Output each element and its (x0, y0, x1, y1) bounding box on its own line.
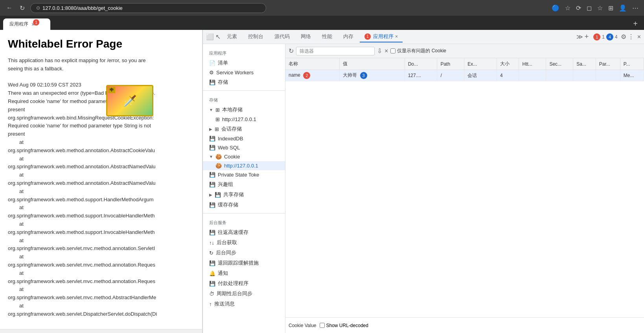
sidebar-item-session-storage[interactable]: ▶ ⊞ 会话存储 (203, 124, 285, 134)
sidebar-item-shared-storage[interactable]: ▶ 💾 共享存储 (203, 189, 285, 200)
interest-groups-label: 兴趣组 (218, 181, 233, 188)
tab-groups-button[interactable]: ◻ (585, 3, 593, 13)
sidebar-item-payment-handler[interactable]: 💾 付款处理程序 (203, 278, 285, 289)
devtools-icon-responsive[interactable]: ⬜ (206, 33, 214, 40)
cookie-partitioned-cell (596, 70, 620, 81)
sidebar-item-indexeddb[interactable]: 💾 IndexedDB (203, 134, 285, 143)
history-button[interactable]: ⟳ (574, 3, 583, 13)
cookie-only-problems-label[interactable]: 仅显示有问题的 Cookie (390, 48, 446, 54)
table-row[interactable]: name 2 大帅哥 3 127.... / 会话 4 (285, 70, 644, 81)
col-header-partitioned[interactable]: Par... (596, 58, 620, 70)
cookie-table-header-row: 名称 值 Do... Path Ex... 大小 Htt... Sec... S… (285, 58, 644, 70)
browser-chrome: ← ↻ ⊙ 127.0.0.1:8080/aaa/bbb/get_cookie … (0, 0, 644, 16)
warnings-badge: 4 (606, 33, 613, 40)
bookmark-button[interactable]: ☆ (563, 3, 572, 13)
tab-actions: + (630, 18, 641, 30)
tab-memory[interactable]: 内存 (339, 31, 358, 42)
col-header-samesite[interactable]: Sa... (573, 58, 596, 70)
show-url-decoded-label[interactable]: Show URL-decoded (320, 323, 368, 328)
show-url-decoded-checkbox[interactable] (320, 323, 325, 328)
col-header-domain[interactable]: Do... (405, 58, 437, 70)
back-button[interactable]: ← (4, 3, 15, 13)
cookie-name-value: name (289, 72, 300, 78)
session-storage-expand-icon: ▶ (209, 127, 212, 131)
add-tab-button[interactable]: + (585, 33, 589, 41)
private-state-label: Private State Toke (218, 172, 259, 178)
horizontal-scrollbar[interactable] (0, 329, 202, 333)
interest-groups-icon: 💾 (209, 182, 215, 188)
sidebar-item-local-storage-url[interactable]: ⊞ http://127.0.0.1 (203, 115, 285, 124)
sidebar-item-storage-top[interactable]: 💾 存储 (203, 77, 285, 87)
col-header-path[interactable]: Path (437, 58, 464, 70)
profile-button[interactable]: 👤 (617, 3, 628, 13)
sidebar-item-service-workers[interactable]: ⚙ Service Workers (203, 68, 285, 77)
devtools-icon-select[interactable]: ↖ (215, 33, 221, 40)
col-header-value[interactable]: 值 (340, 58, 405, 70)
sidebar-item-background-sync[interactable]: ↻ 后台同步 (203, 248, 285, 258)
manifest-icon: 📄 (209, 60, 215, 66)
menu-button[interactable]: ⋯ (631, 3, 640, 13)
local-storage-grid-icon: ⊞ (215, 107, 220, 113)
cookie-expand-icon: ▼ (209, 155, 213, 159)
address-bar[interactable]: ⊙ 127.0.0.1:8080/aaa/bbb/get_cookie (30, 3, 266, 13)
col-header-expires[interactable]: Ex... (464, 58, 497, 70)
sidebar-item-local-storage[interactable]: ▼ ⊞ 本地存储 (203, 105, 285, 115)
tab-performance[interactable]: 性能 (317, 31, 337, 42)
cookie-only-problems-checkbox[interactable] (390, 48, 396, 53)
col-header-name[interactable]: 名称 (285, 58, 340, 70)
tab-application[interactable]: 1 应用程序 × (360, 31, 403, 42)
reload-button[interactable]: ↻ (17, 3, 27, 13)
sidebar-item-cookie-url[interactable]: 🍪 http://127.0.0.1 (203, 161, 285, 170)
cache-storage-icon: 💾 (209, 202, 215, 208)
sidebar-item-cache-storage[interactable]: 💾 缓存存储 (203, 200, 285, 210)
screenshots-button[interactable]: ☆ (596, 3, 604, 13)
app-tab-close[interactable]: × (395, 34, 398, 39)
devtools-body: 应用程序 📄 清单 ⚙ Service Workers 💾 存储 存储 (203, 44, 644, 333)
sidebar-item-interest-groups[interactable]: 💾 兴趣组 (203, 179, 285, 189)
tab-console[interactable]: 控制台 (243, 31, 268, 42)
periodic-bg-sync-label: 周期性后台同步 (217, 290, 252, 297)
cookie-value-label: Cookie Value (289, 323, 316, 328)
cookie-refresh-button[interactable]: ↻ (289, 47, 294, 55)
sidebar-item-push-messaging[interactable]: ↑ 推送消息 (203, 299, 285, 309)
thumbnail-overlay: 中 🗡️ (106, 85, 153, 116)
app-tab-label: 应用程序 (373, 33, 394, 40)
col-header-http[interactable]: Htt... (519, 58, 546, 70)
devtools-more-icon[interactable]: ⋮ (628, 33, 634, 40)
cookie-filter-icon[interactable]: ⇩ (377, 47, 382, 55)
tab-network[interactable]: 网络 (296, 31, 316, 42)
sidebar-item-notifications[interactable]: 🔔 通知 (203, 268, 285, 278)
local-storage-url-label: http://127.0.0.1 (222, 116, 256, 122)
extensions-button[interactable]: 🔵 (550, 3, 561, 13)
sidebar-item-bounce-tracking[interactable]: 💾 退回跟踪缓解措施 (203, 258, 285, 268)
cookie-expires-cell: 会话 (464, 70, 497, 81)
active-tab[interactable]: 应用程序 1 × (3, 18, 50, 30)
new-tab-button[interactable]: + (630, 18, 641, 30)
cast-button[interactable]: ⊞ (607, 3, 615, 13)
session-storage-grid-icon: ⊞ (215, 126, 219, 132)
payment-handler-icon: 💾 (209, 281, 215, 287)
devtools-settings-icon[interactable]: ⚙ (621, 33, 626, 40)
col-header-secure[interactable]: Sec... (546, 58, 573, 70)
tab-elements[interactable]: 元素 (222, 31, 242, 42)
sidebar-item-periodic-bg-sync[interactable]: ⏱ 周期性后台同步 (203, 289, 285, 299)
sidebar-item-back-forward-cache[interactable]: 💾 往返高速缓存 (203, 227, 285, 237)
devtools-close-button[interactable]: × (637, 33, 641, 40)
service-workers-label: Service Workers (216, 70, 254, 75)
sidebar-item-cookie[interactable]: ▼ 🍪 Cookie (203, 152, 285, 161)
col-header-priority[interactable]: P... (620, 58, 644, 70)
tab-sources[interactable]: 源代码 (270, 31, 294, 42)
cookie-clear-icon[interactable]: × (385, 48, 388, 55)
bounce-tracking-icon: 💾 (209, 260, 215, 266)
sidebar-item-manifest[interactable]: 📄 清单 (203, 58, 285, 68)
col-header-size[interactable]: 大小 (497, 58, 519, 70)
sidebar-item-background-fetch[interactable]: ↑↓ 后台获取 (203, 237, 285, 248)
nav-buttons: ← ↻ (4, 3, 27, 13)
sidebar-item-websql[interactable]: 💾 Web SQL (203, 143, 285, 152)
more-tabs-button[interactable]: ≫ (576, 33, 583, 40)
tab-label: 应用程序 (9, 21, 28, 28)
page-content: Whitelabel Error Page This application h… (0, 30, 202, 333)
sidebar-item-private-state[interactable]: 💾 Private State Toke (203, 170, 285, 179)
cookie-http-cell (519, 70, 546, 81)
cookie-filter-input[interactable] (296, 47, 375, 55)
